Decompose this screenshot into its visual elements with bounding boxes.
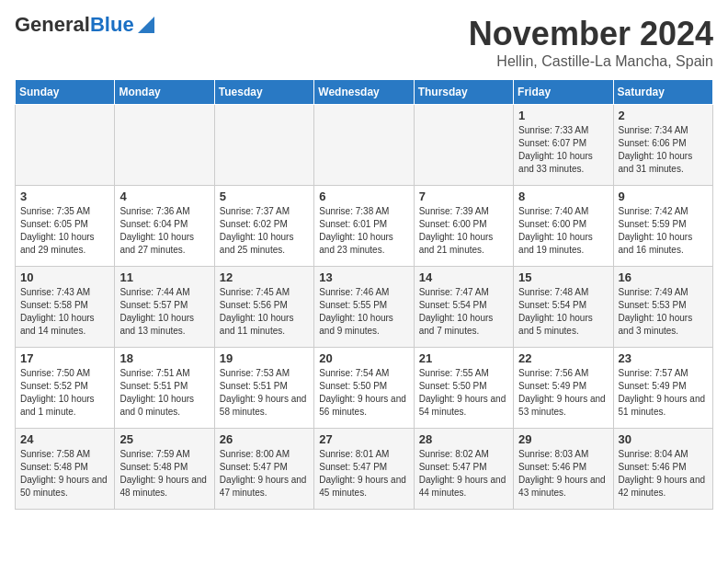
day-number: 22 (518, 351, 608, 365)
table-row: 20Sunrise: 7:54 AM Sunset: 5:50 PM Dayli… (314, 348, 414, 429)
calendar-week-row: 17Sunrise: 7:50 AM Sunset: 5:52 PM Dayli… (16, 348, 713, 429)
day-info: Sunrise: 8:03 AM Sunset: 5:46 PM Dayligh… (518, 448, 608, 500)
table-row: 15Sunrise: 7:48 AM Sunset: 5:54 PM Dayli… (514, 267, 613, 348)
logo-arrow-icon (136, 17, 154, 33)
day-number: 14 (419, 270, 508, 284)
day-number: 15 (518, 270, 608, 284)
table-row (16, 105, 115, 186)
day-number: 11 (119, 270, 209, 284)
day-number: 7 (419, 190, 508, 203)
calendar-week-row: 3Sunrise: 7:35 AM Sunset: 6:05 PM Daylig… (16, 186, 713, 267)
page-header: GeneralBlue November 2024 Hellin, Castil… (15, 15, 713, 70)
day-number: 19 (220, 351, 309, 365)
table-row: 16Sunrise: 7:49 AM Sunset: 5:53 PM Dayli… (613, 267, 712, 348)
table-row (414, 105, 513, 186)
day-info: Sunrise: 7:53 AM Sunset: 5:51 PM Dayligh… (220, 367, 309, 419)
day-number: 13 (319, 270, 408, 284)
table-row: 12Sunrise: 7:45 AM Sunset: 5:56 PM Dayli… (214, 267, 313, 348)
day-number: 21 (419, 351, 508, 365)
day-info: Sunrise: 7:47 AM Sunset: 5:54 PM Dayligh… (419, 286, 508, 338)
table-row: 18Sunrise: 7:51 AM Sunset: 5:51 PM Dayli… (115, 348, 214, 429)
col-thursday: Thursday (414, 80, 513, 105)
day-info: Sunrise: 7:54 AM Sunset: 5:50 PM Dayligh… (319, 367, 408, 419)
col-monday: Monday (115, 80, 214, 105)
table-row: 19Sunrise: 7:53 AM Sunset: 5:51 PM Dayli… (214, 348, 313, 429)
day-number: 27 (319, 432, 408, 446)
table-row: 25Sunrise: 7:59 AM Sunset: 5:48 PM Dayli… (115, 429, 214, 510)
table-row: 30Sunrise: 8:04 AM Sunset: 5:46 PM Dayli… (613, 429, 712, 510)
day-number: 9 (619, 190, 708, 203)
col-saturday: Saturday (613, 80, 712, 105)
table-row: 27Sunrise: 8:01 AM Sunset: 5:47 PM Dayli… (314, 429, 414, 510)
day-number: 12 (220, 270, 309, 284)
day-info: Sunrise: 7:51 AM Sunset: 5:51 PM Dayligh… (119, 367, 209, 419)
table-row: 2Sunrise: 7:34 AM Sunset: 6:06 PM Daylig… (613, 105, 712, 186)
day-number: 24 (20, 432, 109, 446)
table-row (214, 105, 313, 186)
day-info: Sunrise: 7:45 AM Sunset: 5:56 PM Dayligh… (220, 286, 309, 338)
day-info: Sunrise: 7:57 AM Sunset: 5:49 PM Dayligh… (619, 367, 708, 419)
day-number: 25 (119, 432, 209, 446)
col-wednesday: Wednesday (314, 80, 414, 105)
day-info: Sunrise: 8:01 AM Sunset: 5:47 PM Dayligh… (319, 448, 408, 500)
calendar-week-row: 1Sunrise: 7:33 AM Sunset: 6:07 PM Daylig… (16, 105, 713, 186)
day-number: 17 (20, 351, 109, 365)
table-row: 8Sunrise: 7:40 AM Sunset: 6:00 PM Daylig… (514, 186, 613, 267)
day-number: 26 (220, 432, 309, 446)
table-row: 22Sunrise: 7:56 AM Sunset: 5:49 PM Dayli… (514, 348, 613, 429)
day-info: Sunrise: 7:56 AM Sunset: 5:49 PM Dayligh… (518, 367, 608, 419)
page-subtitle: Hellin, Castille-La Mancha, Spain (469, 53, 713, 70)
day-info: Sunrise: 7:35 AM Sunset: 6:05 PM Dayligh… (20, 205, 109, 257)
day-info: Sunrise: 7:42 AM Sunset: 5:59 PM Dayligh… (619, 205, 708, 257)
table-row: 1Sunrise: 7:33 AM Sunset: 6:07 PM Daylig… (514, 105, 613, 186)
svg-marker-0 (138, 17, 154, 33)
col-friday: Friday (514, 80, 613, 105)
day-number: 30 (619, 432, 708, 446)
day-info: Sunrise: 7:39 AM Sunset: 6:00 PM Dayligh… (419, 205, 508, 257)
day-number: 6 (319, 190, 408, 203)
day-info: Sunrise: 7:59 AM Sunset: 5:48 PM Dayligh… (119, 448, 209, 500)
table-row: 5Sunrise: 7:37 AM Sunset: 6:02 PM Daylig… (214, 186, 313, 267)
logo: GeneralBlue (15, 15, 154, 35)
table-row: 24Sunrise: 7:58 AM Sunset: 5:48 PM Dayli… (16, 429, 115, 510)
table-row: 10Sunrise: 7:43 AM Sunset: 5:58 PM Dayli… (16, 267, 115, 348)
table-row: 29Sunrise: 8:03 AM Sunset: 5:46 PM Dayli… (514, 429, 613, 510)
table-row: 17Sunrise: 7:50 AM Sunset: 5:52 PM Dayli… (16, 348, 115, 429)
day-info: Sunrise: 8:00 AM Sunset: 5:47 PM Dayligh… (220, 448, 309, 500)
table-row: 26Sunrise: 8:00 AM Sunset: 5:47 PM Dayli… (214, 429, 313, 510)
day-info: Sunrise: 7:38 AM Sunset: 6:01 PM Dayligh… (319, 205, 408, 257)
day-info: Sunrise: 7:48 AM Sunset: 5:54 PM Dayligh… (518, 286, 608, 338)
logo-text: GeneralBlue (15, 15, 134, 35)
day-info: Sunrise: 7:40 AM Sunset: 6:00 PM Dayligh… (518, 205, 608, 257)
table-row: 11Sunrise: 7:44 AM Sunset: 5:57 PM Dayli… (115, 267, 214, 348)
table-row: 23Sunrise: 7:57 AM Sunset: 5:49 PM Dayli… (613, 348, 712, 429)
day-number: 16 (619, 270, 708, 284)
table-row: 14Sunrise: 7:47 AM Sunset: 5:54 PM Dayli… (414, 267, 513, 348)
day-info: Sunrise: 7:34 AM Sunset: 6:06 PM Dayligh… (619, 124, 708, 176)
title-block: November 2024 Hellin, Castille-La Mancha… (469, 15, 713, 70)
day-number: 1 (518, 109, 608, 122)
day-number: 10 (20, 270, 109, 284)
table-row: 9Sunrise: 7:42 AM Sunset: 5:59 PM Daylig… (613, 186, 712, 267)
table-row (314, 105, 414, 186)
table-row: 6Sunrise: 7:38 AM Sunset: 6:01 PM Daylig… (314, 186, 414, 267)
calendar-header-row: Sunday Monday Tuesday Wednesday Thursday… (16, 80, 713, 105)
table-row: 4Sunrise: 7:36 AM Sunset: 6:04 PM Daylig… (115, 186, 214, 267)
day-number: 20 (319, 351, 408, 365)
day-info: Sunrise: 8:02 AM Sunset: 5:47 PM Dayligh… (419, 448, 508, 500)
day-number: 2 (619, 109, 708, 122)
table-row: 21Sunrise: 7:55 AM Sunset: 5:50 PM Dayli… (414, 348, 513, 429)
day-info: Sunrise: 8:04 AM Sunset: 5:46 PM Dayligh… (619, 448, 708, 500)
table-row: 3Sunrise: 7:35 AM Sunset: 6:05 PM Daylig… (16, 186, 115, 267)
day-number: 18 (119, 351, 209, 365)
day-info: Sunrise: 7:49 AM Sunset: 5:53 PM Dayligh… (619, 286, 708, 338)
calendar-table: Sunday Monday Tuesday Wednesday Thursday… (15, 79, 713, 510)
col-tuesday: Tuesday (214, 80, 313, 105)
day-number: 3 (20, 190, 109, 203)
table-row: 28Sunrise: 8:02 AM Sunset: 5:47 PM Dayli… (414, 429, 513, 510)
calendar-week-row: 24Sunrise: 7:58 AM Sunset: 5:48 PM Dayli… (16, 429, 713, 510)
day-number: 8 (518, 190, 608, 203)
day-number: 29 (518, 432, 608, 446)
table-row: 13Sunrise: 7:46 AM Sunset: 5:55 PM Dayli… (314, 267, 414, 348)
day-number: 4 (119, 190, 209, 203)
